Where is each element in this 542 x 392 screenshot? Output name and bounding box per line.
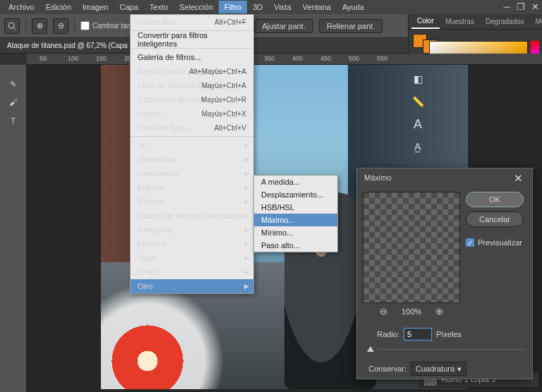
filter-ruido[interactable]: Ruido▶ xyxy=(131,251,253,265)
conservar-select[interactable]: Cuadratura▾ xyxy=(411,362,466,376)
tool-preset-icon[interactable] xyxy=(4,18,20,34)
zoom-in-icon[interactable]: ⊕ xyxy=(32,18,47,34)
otro-pasoalto[interactable]: Paso alto... xyxy=(254,239,337,252)
type-tool-overlay: ◧ 📏 A A̲ xyxy=(409,71,429,155)
zoom-level: 100% xyxy=(402,307,421,316)
filter-blur-gallery[interactable]: Galería de efectos Desenfocar▶ xyxy=(131,209,253,223)
type-large-icon[interactable]: A xyxy=(409,116,426,133)
menu-vista[interactable]: Vista xyxy=(268,1,296,13)
filter-enfocar[interactable]: Enfocar▶ xyxy=(131,180,253,195)
filter-distorsionar[interactable]: Distorsionar▶ xyxy=(131,166,253,180)
cancel-button[interactable]: Cancelar xyxy=(466,212,524,227)
menu-capa[interactable]: Capa xyxy=(114,1,143,13)
menu-edicion[interactable]: Edición xyxy=(40,1,77,13)
filter-dropdown: Último filtroAlt+Ctrl+F Convertir para f… xyxy=(130,14,254,294)
otro-hsbhsl[interactable]: HSB/HSL xyxy=(254,201,337,214)
filter-galeria[interactable]: Galería de filtros... xyxy=(131,50,253,64)
eyedropper-icon[interactable]: ✎ xyxy=(4,76,23,92)
menu-ventana[interactable]: Ventana xyxy=(297,1,337,13)
otro-desplazamiento[interactable]: Desplazamiento... xyxy=(254,188,337,201)
ok-button[interactable]: OK xyxy=(466,192,524,207)
tab-muestras[interactable]: Muestras xyxy=(440,15,480,28)
fill-screen-button[interactable]: Rellenar pant. xyxy=(319,19,383,33)
filter-convertir[interactable]: Convertir para filtros inteligentes xyxy=(131,32,253,47)
radio-input[interactable] xyxy=(404,328,432,341)
otro-minimo[interactable]: Mínimo... xyxy=(254,226,337,239)
window-minimize-icon[interactable]: ─ xyxy=(502,2,511,11)
radio-unit: Píxeles xyxy=(436,330,462,338)
window-close-icon[interactable]: ✕ xyxy=(531,2,539,11)
filter-raw[interactable]: Filtro de Camera Raw...Mayús+Ctrl+A xyxy=(131,78,253,92)
ruler-icon[interactable]: 📏 xyxy=(409,93,426,110)
otro-maximo[interactable]: Máximo... xyxy=(254,214,337,226)
window-restore-icon[interactable]: ❐ xyxy=(517,2,525,11)
conservar-label: Conservar: xyxy=(364,365,406,373)
filter-video[interactable]: Vídeo▶ xyxy=(131,265,253,279)
menu-filtro[interactable]: Filtro xyxy=(219,1,247,13)
menu-archivo[interactable]: Archivo xyxy=(3,1,40,13)
otro-submenu: A medida... Desplazamiento... HSB/HSL Má… xyxy=(253,175,338,252)
brush-icon[interactable]: 🖌 xyxy=(4,94,23,110)
filter-licuar[interactable]: Licuar...Mayús+Ctrl+X xyxy=(131,106,253,121)
dialog-title: Máximo xyxy=(364,173,392,182)
radius-slider[interactable] xyxy=(367,346,374,352)
menu-seleccion[interactable]: Selección xyxy=(174,1,219,13)
filter-pixelizar[interactable]: Pixelizar▶ xyxy=(131,237,253,251)
tab-degradados[interactable]: Degradados xyxy=(480,15,529,28)
menu-imagen[interactable]: Imagen xyxy=(77,1,114,13)
filter-desenfocar[interactable]: Desenfocar▶ xyxy=(131,152,253,166)
tab-color[interactable]: Color xyxy=(411,14,440,29)
preview-checkbox[interactable]: ✓Previsualizar xyxy=(466,238,524,247)
menu-ayuda[interactable]: Ayuda xyxy=(337,1,370,13)
svg-point-0 xyxy=(8,23,14,28)
menu-texto[interactable]: Texto xyxy=(144,1,174,13)
menu-3d[interactable]: 3D xyxy=(247,1,268,13)
dialog-close-icon[interactable]: ✕ xyxy=(514,172,525,183)
zoom-out-preview-icon[interactable]: ⊖ xyxy=(380,306,387,317)
zoom-out-icon[interactable]: ⊖ xyxy=(53,18,68,34)
menu-bar: Archivo Edición Imagen Capa Texto Selecc… xyxy=(0,0,542,14)
type-icon[interactable]: T xyxy=(4,113,23,128)
filter-preview[interactable] xyxy=(363,192,460,303)
zoom-in-preview-icon[interactable]: ⊕ xyxy=(435,306,443,317)
horizontal-ruler: 50 100 150 200 250 300 350 400 450 500 5… xyxy=(27,54,542,65)
type-small-icon[interactable]: A̲ xyxy=(409,138,426,155)
filter-interpretar[interactable]: Interpretar▶ xyxy=(131,223,253,237)
filter-fuga[interactable]: Punto de fuga...Alt+Ctrl+V xyxy=(131,121,253,135)
filter-ultimo: Último filtroAlt+Ctrl+F xyxy=(131,15,253,29)
radio-label: Radio: xyxy=(364,330,399,338)
filter-angulo[interactable]: Ángulo ancho adaptable...Alt+Mayús+Ctrl+… xyxy=(131,64,253,78)
filter-lente[interactable]: Corrección de lente...Mayús+Ctrl+R xyxy=(131,92,253,106)
otro-amedida[interactable]: A medida... xyxy=(254,176,337,188)
color-sampler-icon[interactable]: ◧ xyxy=(409,71,426,87)
filter-otro[interactable]: Otro▶ xyxy=(131,279,253,293)
filter-3d[interactable]: 3D▶ xyxy=(131,138,253,152)
left-toolstrip: ✎ 🖌 T xyxy=(0,65,27,392)
tab-motivos[interactable]: Motivos xyxy=(530,15,542,28)
maximo-dialog: Máximo ✕ ⊖ 100% ⊕ OK Cancelar ✓Previsual… xyxy=(356,168,533,379)
filter-estilizar[interactable]: Estilizar▶ xyxy=(131,195,253,209)
fit-screen-button[interactable]: Ajustar pant. xyxy=(254,19,313,33)
svg-line-1 xyxy=(13,27,16,30)
